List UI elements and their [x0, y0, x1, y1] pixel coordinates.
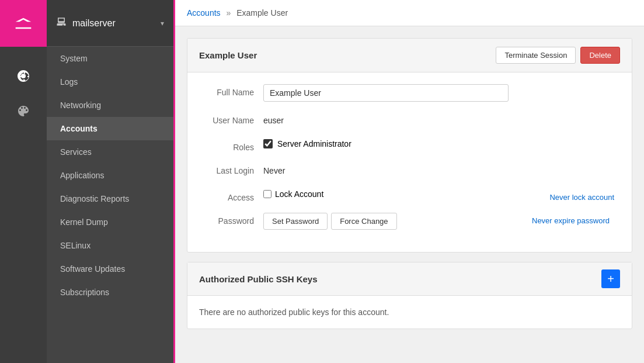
roles-label: Roles: [205, 139, 263, 152]
lock-account-label: Lock Account: [275, 189, 323, 199]
icon-rail: [0, 0, 47, 363]
roles-control: Server Administrator: [263, 139, 509, 148]
full-name-label: Full Name: [205, 84, 263, 97]
user-name-row: User Name euser: [205, 112, 614, 129]
password-control: Set Password Force Change: [263, 213, 509, 230]
rail-item-dashboard[interactable]: [0, 58, 47, 94]
sidebar-item-kernel-dump[interactable]: Kernel Dump: [47, 210, 173, 234]
content-area: Example User Terminate Session Delete Fu…: [175, 26, 644, 363]
ssh-card: Authorized Public SSH Keys + There are n…: [187, 262, 632, 329]
ssh-card-header: Authorized Public SSH Keys +: [187, 262, 632, 296]
main-content: Accounts » Example User Example User Ter…: [175, 0, 644, 363]
sidebar-item-networking[interactable]: Networking: [47, 94, 173, 117]
sidebar-item-selinux[interactable]: SELinux: [47, 234, 173, 257]
access-row: Access Lock Account Never lock account: [205, 189, 614, 202]
server-name: mailserver: [72, 18, 161, 29]
sidebar-item-accounts[interactable]: Accounts: [47, 117, 173, 140]
svg-point-0: [21, 74, 26, 78]
delete-button[interactable]: Delete: [580, 47, 620, 64]
user-card: Example User Terminate Session Delete Fu…: [187, 38, 632, 253]
ssh-empty-message: There are no authorized public keys for …: [187, 296, 632, 329]
server-icon: [56, 16, 67, 30]
sidebar-item-subscriptions[interactable]: Subscriptions: [47, 281, 173, 304]
roles-row: Roles Server Administrator: [205, 139, 614, 152]
sidebar-item-software-updates[interactable]: Software Updates: [47, 257, 173, 281]
rail-item-theme[interactable]: [0, 94, 47, 129]
full-name-input[interactable]: [263, 84, 509, 102]
user-card-body: Full Name User Name euser Roles: [187, 72, 632, 252]
never-lock-link[interactable]: Never lock account: [549, 189, 614, 202]
sidebar-item-services[interactable]: Services: [47, 140, 173, 164]
password-buttons: Set Password Force Change: [263, 213, 509, 230]
password-label: Password: [205, 213, 263, 226]
lock-account-checkbox[interactable]: [263, 190, 271, 198]
add-ssh-key-button[interactable]: +: [601, 269, 620, 288]
lock-account-checkbox-row: Lock Account: [263, 189, 503, 199]
access-label: Access: [205, 189, 263, 202]
full-name-row: Full Name: [205, 84, 614, 102]
ssh-card-title: Authorized Public SSH Keys: [199, 274, 318, 284]
last-login-value: Never: [263, 163, 285, 179]
user-card-header: Example User Terminate Session Delete: [187, 39, 632, 72]
password-row: Password Set Password Force Change Never…: [205, 213, 614, 230]
sidebar-item-logs[interactable]: Logs: [47, 70, 173, 94]
last-login-label: Last Login: [205, 163, 263, 175]
sidebar: mailserver ▾ System Logs Networking Acco…: [47, 0, 175, 363]
server-admin-checkbox[interactable]: [263, 139, 273, 148]
terminate-session-button[interactable]: Terminate Session: [496, 47, 576, 64]
never-expire-link[interactable]: Never expire password: [532, 213, 610, 225]
user-card-title: Example User: [199, 50, 257, 60]
force-change-button[interactable]: Force Change: [331, 213, 396, 230]
sidebar-nav: System Logs Networking Accounts Services…: [47, 47, 173, 363]
access-control: Lock Account: [263, 189, 503, 199]
hat-icon: [14, 14, 33, 33]
sidebar-item-applications[interactable]: Applications: [47, 164, 173, 187]
breadcrumb-accounts-link[interactable]: Accounts: [187, 8, 221, 18]
server-admin-label: Server Administrator: [277, 139, 351, 148]
user-name-value: euser: [263, 112, 284, 129]
card-actions: Terminate Session Delete: [496, 47, 620, 64]
dashboard-icon: [16, 69, 30, 83]
app-logo[interactable]: [0, 0, 47, 47]
sidebar-header[interactable]: mailserver ▾: [47, 0, 173, 47]
sidebar-item-system[interactable]: System: [47, 47, 173, 70]
user-name-label: User Name: [205, 112, 263, 125]
last-login-row: Last Login Never: [205, 163, 614, 179]
breadcrumb-separator: »: [226, 8, 231, 18]
set-password-button[interactable]: Set Password: [263, 213, 328, 230]
breadcrumb: Accounts » Example User: [175, 0, 644, 26]
roles-checkbox-row: Server Administrator: [263, 139, 509, 148]
full-name-control: [263, 84, 509, 102]
chevron-down-icon: ▾: [161, 19, 164, 27]
breadcrumb-current: Example User: [236, 8, 288, 18]
palette-icon: [16, 104, 30, 118]
sidebar-item-diagnostic-reports[interactable]: Diagnostic Reports: [47, 187, 173, 210]
